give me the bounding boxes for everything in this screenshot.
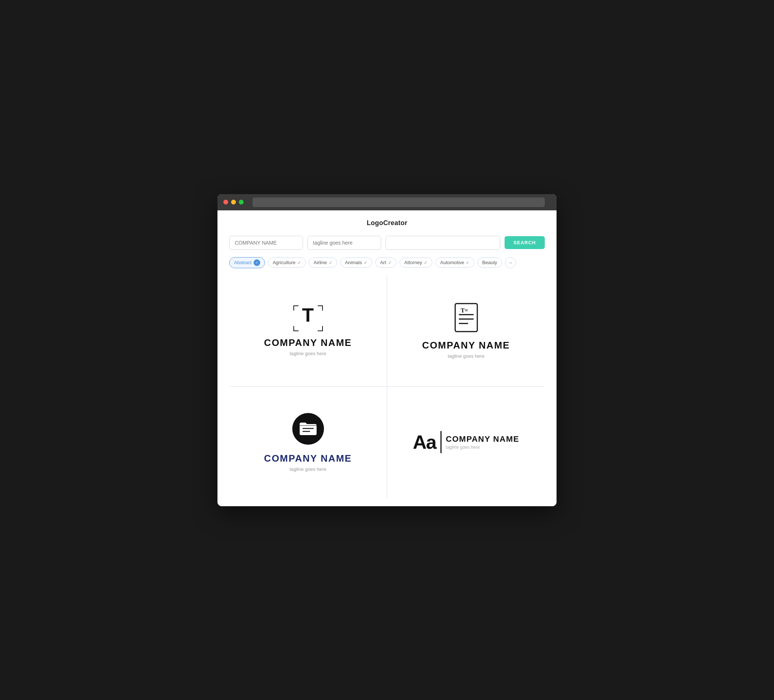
logo4-aa-text: Aa bbox=[413, 433, 436, 452]
bracket-bl bbox=[293, 326, 299, 331]
search-button[interactable]: SEARCH bbox=[504, 236, 545, 249]
logo1-tagline: tagline goes here bbox=[290, 351, 327, 356]
maximize-button[interactable] bbox=[239, 200, 244, 205]
logo3-svg bbox=[291, 412, 325, 446]
logo-grid: T COMPANY NAME tagline goes here T= COMP… bbox=[229, 276, 545, 497]
logo2-company-name: COMPANY NAME bbox=[422, 340, 510, 351]
category-attorney[interactable]: Attorney ✓ bbox=[400, 258, 432, 267]
logo1-company-name: COMPANY NAME bbox=[264, 337, 352, 348]
category-art-check: ✓ bbox=[388, 260, 392, 265]
category-abstract-label: Abstract bbox=[234, 260, 252, 265]
category-art[interactable]: Art ✓ bbox=[375, 258, 397, 267]
category-attorney-label: Attorney bbox=[404, 260, 422, 265]
app-content: LogoCreator SEARCH Abstract ✓ Agricultur… bbox=[217, 210, 557, 506]
bracket-tr bbox=[318, 305, 323, 310]
category-airline[interactable]: Airline ✓ bbox=[309, 258, 337, 267]
category-automotive-check: ✓ bbox=[466, 260, 470, 265]
tagline-input[interactable] bbox=[308, 236, 381, 250]
logo4-tagline: tagline goes here bbox=[446, 445, 519, 450]
category-animals-label: Animals bbox=[345, 260, 362, 265]
category-abstract[interactable]: Abstract ✓ bbox=[229, 257, 265, 268]
category-automotive-label: Automotive bbox=[440, 260, 464, 265]
logo1-icon: T bbox=[293, 305, 323, 331]
logo4-company-name: COMPANY NAME bbox=[446, 434, 519, 444]
url-bar[interactable] bbox=[253, 198, 545, 207]
logo4-cursor bbox=[440, 431, 442, 453]
logo4-container: Aa COMPANY NAME tagline goes here bbox=[413, 431, 519, 453]
logo3-tagline: tagline goes here bbox=[290, 466, 327, 472]
logo3-icon bbox=[291, 412, 325, 447]
bracket-tl bbox=[293, 305, 299, 310]
color-input[interactable] bbox=[385, 236, 500, 250]
logo3-company-name: COMPANY NAME bbox=[264, 453, 352, 464]
category-beauty[interactable]: Beauty bbox=[477, 258, 502, 267]
category-beauty-label: Beauty bbox=[482, 260, 497, 265]
category-agriculture[interactable]: Agriculture ✓ bbox=[268, 258, 306, 267]
logo4-text-block: COMPANY NAME tagline goes here bbox=[446, 434, 519, 450]
category-agriculture-check: ✓ bbox=[298, 260, 301, 265]
logo-card-2[interactable]: T= COMPANY NAME tagline goes here bbox=[387, 276, 545, 386]
category-animals-check: ✓ bbox=[364, 260, 367, 265]
category-airline-label: Airline bbox=[314, 260, 327, 265]
categories-next-button[interactable]: → bbox=[505, 257, 516, 268]
close-button[interactable] bbox=[223, 200, 228, 205]
logo-card-4[interactable]: Aa COMPANY NAME tagline goes here bbox=[387, 387, 545, 497]
logo2-tagline: tagline goes here bbox=[448, 353, 485, 359]
svg-text:T=: T= bbox=[461, 307, 468, 314]
logo2-icon: T= bbox=[453, 303, 479, 334]
category-art-label: Art bbox=[380, 260, 386, 265]
category-animals[interactable]: Animals ✓ bbox=[340, 258, 372, 267]
logo-card-1[interactable]: T COMPANY NAME tagline goes here bbox=[229, 276, 387, 386]
browser-titlebar bbox=[217, 194, 557, 210]
category-agriculture-label: Agriculture bbox=[273, 260, 296, 265]
browser-window: LogoCreator SEARCH Abstract ✓ Agricultur… bbox=[217, 194, 557, 506]
category-abstract-check: ✓ bbox=[253, 259, 260, 266]
category-attorney-check: ✓ bbox=[424, 260, 428, 265]
logo2-svg: T= bbox=[453, 303, 479, 332]
app-title: LogoCreator bbox=[229, 219, 545, 227]
category-automotive[interactable]: Automotive ✓ bbox=[435, 258, 475, 267]
search-bar: SEARCH bbox=[229, 236, 545, 250]
logo-card-3[interactable]: COMPANY NAME tagline goes here bbox=[229, 387, 387, 497]
category-filters: Abstract ✓ Agriculture ✓ Airline ✓ Anima… bbox=[229, 257, 545, 268]
company-name-input[interactable] bbox=[229, 236, 303, 250]
category-airline-check: ✓ bbox=[329, 260, 332, 265]
minimize-button[interactable] bbox=[231, 200, 236, 205]
bracket-br bbox=[318, 326, 323, 331]
